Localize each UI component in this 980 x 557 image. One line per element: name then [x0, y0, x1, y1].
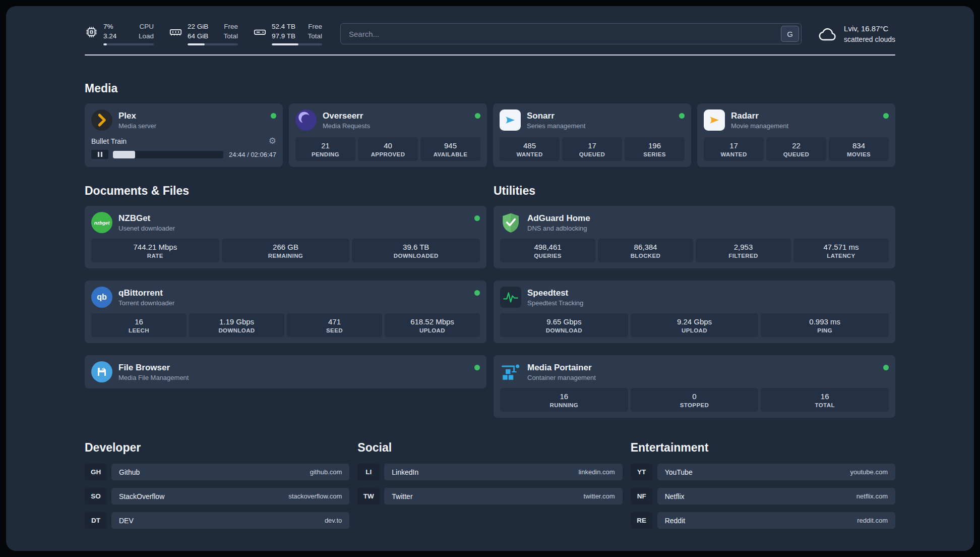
cpu-icon: [85, 25, 98, 39]
filebrowser-title: File Browser: [118, 362, 189, 373]
overseerr-app-link[interactable]: Overseerr Media Requests: [295, 109, 480, 131]
weather-location: Lviv, 16.87°C: [844, 23, 895, 34]
disk-total-value: 97.9 TB: [272, 32, 295, 41]
bookmark-reddit: RE Redditreddit.com: [631, 512, 895, 529]
disk-icon: [253, 25, 267, 39]
plex-app-link[interactable]: Plex Media server: [91, 109, 276, 131]
speedtest-stats: 9.65 GbpsDOWNLOAD 9.24 GbpsUPLOAD 0.993 …: [500, 308, 889, 337]
youtube-badge: YT: [631, 464, 653, 480]
utilities-column: Utilities AdGuard Home DNS and adblockin…: [494, 167, 895, 418]
now-playing-title: Bullet Train: [91, 137, 127, 145]
topbar-divider: [85, 54, 895, 55]
pause-button[interactable]: [91, 150, 108, 159]
app-card-sonarr: Sonarr Series management 485WANTED 17QUE…: [493, 103, 691, 167]
cpu-load-label: Load: [139, 32, 154, 41]
stat-downloaded: 39.6 TBDOWNLOADED: [352, 239, 480, 262]
speedtest-title: Speedtest: [527, 288, 583, 298]
stat-remaining: 266 GBREMAINING: [222, 239, 350, 262]
sonarr-title: Sonarr: [527, 110, 585, 121]
cpu-load-value: 3.24: [103, 32, 116, 41]
sonarr-subtitle: Series management: [527, 122, 585, 130]
portainer-subtitle: Container management: [527, 374, 596, 381]
ram-total-value: 64 GiB: [188, 32, 208, 41]
stat-movies: 834MOVIES: [829, 137, 889, 161]
app-card-plex: Plex Media server Bullet Train ⚙ 24:44 /…: [85, 103, 283, 167]
portainer-app-link[interactable]: Media Portainer Container management: [500, 361, 889, 382]
section-heading-media: Media: [85, 82, 895, 95]
app-card-nzbget: nzbget NZBGet Usenet downloader 744.21 M…: [85, 206, 486, 268]
adguard-stats: 498,461QUERIES 86,384BLOCKED 2,953FILTER…: [500, 233, 889, 262]
system-monitors: 7%CPU 3.24Load 22 GiBFree 64 GiBTotal: [85, 22, 322, 45]
ram-monitor: 22 GiBFree 64 GiBTotal: [169, 22, 238, 45]
stat-running: 16RUNNING: [500, 388, 628, 412]
radarr-icon: [704, 109, 725, 131]
github-link[interactable]: Githubgithub.com: [111, 464, 349, 480]
stat-rate: 744.21 MbpsRATE: [91, 239, 219, 262]
adguard-title: AdGuard Home: [527, 213, 590, 224]
nzbget-status-dot: [474, 215, 480, 221]
portainer-status-dot: [883, 365, 889, 370]
reddit-badge: RE: [631, 512, 653, 529]
app-card-qbittorrent: qb qBittorrent Torrent downloader 16LEEC…: [85, 281, 486, 343]
disk-progress-fill: [272, 43, 298, 45]
nzbget-app-link[interactable]: nzbget NZBGet Usenet downloader: [91, 212, 480, 233]
stat-available: 945AVAILABLE: [420, 137, 480, 161]
adguard-icon: [500, 212, 521, 233]
filebrowser-status-dot: [474, 365, 480, 370]
stat-seed: 471SEED: [287, 313, 382, 337]
sonarr-icon: [500, 109, 521, 131]
app-card-adguard: AdGuard Home DNS and adblocking 498,461Q…: [494, 206, 895, 268]
sonarr-app-link[interactable]: Sonarr Series management: [500, 109, 685, 131]
stat-queued: 22QUEUED: [766, 137, 826, 161]
disk-monitor: 52.4 TBFree 97.9 TBTotal: [253, 22, 322, 45]
overseerr-stats: 21PENDING 40APPROVED 945AVAILABLE: [295, 132, 480, 161]
github-badge: GH: [85, 464, 107, 480]
linkedin-link[interactable]: LinkedInlinkedin.com: [384, 464, 622, 480]
pause-icon: [98, 152, 99, 157]
gear-icon[interactable]: ⚙: [269, 137, 276, 145]
qbittorrent-icon: qb: [91, 287, 112, 308]
twitter-badge: TW: [357, 488, 380, 505]
qbittorrent-stats: 16LEECH 1.19 GbpsDOWNLOAD 471SEED 618.52…: [91, 308, 480, 337]
ram-free-label: Free: [224, 22, 238, 31]
search-key-hint[interactable]: G: [781, 26, 799, 42]
media-grid: Plex Media server Bullet Train ⚙ 24:44 /…: [85, 103, 895, 167]
cpu-progress-bar: [103, 43, 154, 45]
qbittorrent-subtitle: Torrent downloader: [118, 299, 174, 307]
stat-download: 1.19 GbpsDOWNLOAD: [189, 313, 284, 337]
playback-progress-bar[interactable]: [113, 151, 223, 158]
stat-latency: 47.571 msLATENCY: [793, 239, 889, 262]
linkedin-badge: LI: [357, 464, 380, 480]
search-input[interactable]: [340, 23, 802, 44]
stat-download: 9.65 GbpsDOWNLOAD: [500, 313, 628, 337]
weather-widget: Lviv, 16.87°C scattered clouds: [819, 23, 895, 44]
overseerr-status-dot: [475, 113, 480, 119]
radarr-app-link[interactable]: Radarr Movie management: [704, 109, 889, 131]
stat-total: 16TOTAL: [761, 388, 889, 412]
sonarr-stats: 485WANTED 17QUEUED 196SERIES: [500, 132, 685, 161]
stat-upload: 9.24 GbpsUPLOAD: [631, 313, 759, 337]
stackoverflow-link[interactable]: StackOverflowstackoverflow.com: [111, 488, 349, 505]
filebrowser-subtitle: Media File Management: [118, 374, 189, 381]
radarr-title: Radarr: [731, 110, 788, 121]
dev-link[interactable]: DEVdev.to: [111, 512, 349, 529]
adguard-app-link[interactable]: AdGuard Home DNS and adblocking: [500, 212, 889, 233]
twitter-link[interactable]: Twittertwitter.com: [384, 488, 622, 505]
adguard-subtitle: DNS and adblocking: [527, 225, 590, 232]
reddit-link[interactable]: Redditreddit.com: [657, 512, 895, 529]
weather-condition: scattered clouds: [844, 34, 895, 44]
filebrowser-icon: [91, 361, 112, 382]
radarr-stats: 17WANTED 22QUEUED 834MOVIES: [704, 132, 889, 161]
qbittorrent-app-link[interactable]: qb qBittorrent Torrent downloader: [91, 287, 480, 308]
filebrowser-app-link[interactable]: File Browser Media File Management: [91, 361, 480, 382]
netflix-link[interactable]: Netflixnetflix.com: [657, 488, 895, 505]
bookmark-group-social: Social LI LinkedInlinkedin.com TW Twitte…: [357, 418, 622, 536]
cpu-usage-value: 7%: [103, 22, 113, 31]
speedtest-app-link[interactable]: Speedtest Speedtest Tracking: [500, 287, 889, 308]
nzbget-stats: 744.21 MbpsRATE 266 GBREMAINING 39.6 TBD…: [91, 233, 480, 262]
youtube-link[interactable]: YouTubeyoutube.com: [657, 464, 895, 480]
stat-stopped: 0STOPPED: [631, 388, 759, 412]
ram-icon: [169, 25, 182, 39]
section-heading-documents: Documents & Files: [85, 184, 486, 198]
nzbget-icon: nzbget: [91, 212, 112, 233]
